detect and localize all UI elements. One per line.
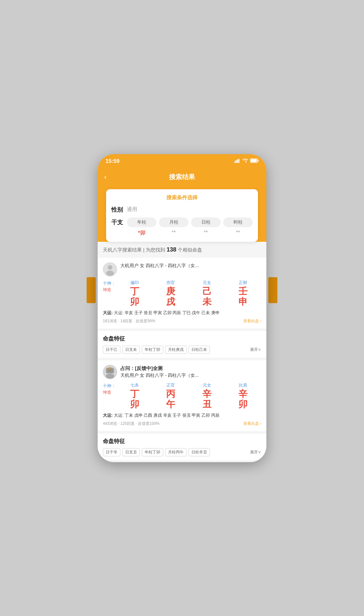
ganzhi-grid-1: 十神： 偏印 伤官 元女 正财 bbox=[103, 280, 261, 307]
signal-icon bbox=[235, 158, 240, 164]
inner-content: 天机八字搜索结果 | 为您找到 138 个相似命盘 bbox=[98, 242, 266, 462]
filter-title: 搜索条件选择 bbox=[111, 194, 253, 201]
dizhi-row-1: 卯 戌 未 申 bbox=[103, 297, 261, 307]
yue-pillar-btn[interactable]: 月柱 bbox=[159, 217, 188, 227]
svg-rect-5 bbox=[258, 160, 259, 162]
zao-label-2: 坤造 bbox=[103, 390, 111, 395]
tian-1-4: 壬 bbox=[225, 286, 261, 297]
shenshen-1-2: 伤官 bbox=[153, 280, 189, 286]
ri-pillar-btn[interactable]: 日柱 bbox=[191, 217, 221, 227]
status-icons bbox=[235, 158, 259, 164]
shi-pillar-btn[interactable]: 时柱 bbox=[223, 217, 253, 227]
minpan-title-1: 命盘特征 bbox=[103, 335, 261, 342]
ganzhi-row: 干支 年柱 月柱 日柱 时柱 bbox=[111, 217, 253, 227]
stats-2: 443浏览 · 125回复 · 反馈度100% bbox=[103, 421, 160, 426]
minpan-title-2: 命盘特征 bbox=[103, 437, 261, 445]
svg-rect-0 bbox=[235, 161, 236, 163]
tian-1-2: 庚 bbox=[153, 286, 189, 297]
yue-pillar-val: ** bbox=[159, 230, 188, 237]
card-header-1: 大机用户 女 四柱八字 - 四柱八字（女... bbox=[103, 262, 261, 277]
tiangan-row-1: 坤造 丁 庚 己 壬 bbox=[103, 286, 261, 297]
tian-2-3: 辛 bbox=[189, 389, 225, 399]
stats-1: 161浏览 · 14回复 · 反馈度56% bbox=[103, 318, 155, 324]
minpan-section-1: 命盘特征 日干己 日支未 年柱丁卯 月柱庚戌 日柱己未 展开∨ bbox=[98, 331, 266, 358]
avatar-1 bbox=[103, 262, 117, 277]
tian-2-1: 丁 bbox=[116, 389, 153, 399]
svg-rect-6 bbox=[251, 159, 257, 162]
shi-pillar-val: ** bbox=[223, 230, 253, 237]
gender-label: 性别 bbox=[111, 206, 127, 214]
svg-rect-1 bbox=[236, 160, 237, 163]
tag-1-3: 月柱庚戌 bbox=[165, 346, 187, 354]
tag-2-2: 年柱丁卯 bbox=[142, 448, 163, 456]
status-bar: 15:59 bbox=[98, 154, 266, 168]
svg-point-8 bbox=[108, 265, 112, 270]
ri-pillar-val: ** bbox=[191, 230, 221, 237]
card-title-1: 大机用户 女 四柱八字 - 四柱八字（女... bbox=[120, 262, 199, 269]
dayun-label-1: 大运: bbox=[103, 310, 114, 315]
battery-icon bbox=[250, 158, 259, 164]
shenshen-1-1: 偏印 bbox=[116, 280, 153, 286]
tag-row-1: 日干己 日支未 年柱丁卯 月柱庚戌 日柱己未 展开∨ bbox=[103, 346, 261, 354]
back-button[interactable]: ‹ bbox=[104, 173, 106, 181]
card-title-2: 占问：[反馈中]全测 天机用户 女 四柱八字 - 四柱八字（女... bbox=[120, 365, 199, 379]
status-time: 15:59 bbox=[105, 158, 119, 165]
right-bracket bbox=[268, 277, 277, 303]
shenshen-2-2: 正官 bbox=[153, 382, 189, 389]
stats-row-2: 443浏览 · 125回复 · 反馈度100% 查看此盘 › bbox=[103, 421, 261, 426]
di-1-3: 未 bbox=[189, 297, 225, 307]
shenshen-row-2: 十神： 七杀 正官 元女 比肩 bbox=[103, 382, 261, 389]
tag-2-0: 日干辛 bbox=[103, 448, 120, 456]
di-1-1: 卯 bbox=[116, 297, 153, 307]
svg-point-9 bbox=[106, 271, 114, 276]
card-title-text-2b: 天机用户 女 四柱八字 - 四柱八字（女... bbox=[120, 372, 199, 379]
svg-rect-3 bbox=[238, 159, 239, 163]
tian-1-1: 丁 bbox=[116, 286, 153, 297]
view-link-1[interactable]: 查看此盘 › bbox=[243, 318, 261, 324]
svg-point-16 bbox=[111, 368, 112, 369]
nian-pillar-btn[interactable]: 年柱 bbox=[127, 217, 156, 227]
shenshen-label-2: 十神： bbox=[103, 383, 115, 388]
dayun-content-1: 大运: 辛亥 壬子 癸丑 甲寅 乙卯 丙辰 丁巳 戊午 己未 庚申 bbox=[114, 310, 220, 315]
tian-2-2: 丙 bbox=[153, 389, 189, 399]
result-card-2: 占问：[反馈中]全测 天机用户 女 四柱八字 - 四柱八字（女... 十神： bbox=[98, 360, 266, 431]
dayun-1: 大运: 大运: 辛亥 壬子 癸丑 甲寅 乙卯 丙辰 丁巳 戊午 己未 庚申 bbox=[103, 310, 261, 316]
tag-row-2: 日干辛 日支丑 年柱丁卯 月柱丙午 日柱辛丑 展开∨ bbox=[103, 448, 261, 456]
tag-1-2: 年柱丁卯 bbox=[142, 346, 163, 354]
card-title-text-2a: 占问：[反馈中]全测 bbox=[120, 365, 199, 372]
wifi-icon bbox=[242, 158, 248, 164]
search-filter-card: 搜索条件选择 性别 通用 干支 年柱 月柱 日柱 时柱 bbox=[106, 189, 258, 242]
header: ‹ 搜索结果 bbox=[98, 168, 266, 186]
results-wrapper[interactable]: 大机用户 女 四柱八字 - 四柱八字（女... 十神： bbox=[98, 258, 266, 462]
dayun-2: 大运: 大运: 丁未 戊申 己酉 庚戌 辛亥 壬子 癸丑 甲寅 乙卯 丙辰 bbox=[103, 412, 261, 419]
di-2-1: 卯 bbox=[116, 399, 153, 410]
stats-row-1: 161浏览 · 14回复 · 反馈度56% 查看此盘 › bbox=[103, 318, 261, 324]
zao-label-1: 坤造 bbox=[103, 287, 111, 292]
results-text: 天机八字搜索结果 | 为您找到 bbox=[103, 247, 165, 253]
tian-2-4: 辛 bbox=[225, 389, 261, 399]
tag-1-4: 日柱己未 bbox=[188, 346, 210, 354]
svg-point-15 bbox=[109, 368, 110, 369]
shenshen-1-4: 正财 bbox=[225, 280, 261, 286]
di-2-3: 丑 bbox=[189, 399, 225, 410]
di-1-2: 戌 bbox=[153, 297, 189, 307]
tag-2-3: 月柱丙午 bbox=[165, 448, 187, 456]
left-bracket bbox=[87, 277, 96, 303]
pillar-values-row: *卯 ** ** ** bbox=[111, 230, 253, 237]
avatar-2 bbox=[103, 365, 117, 379]
gender-value: 通用 bbox=[127, 206, 137, 213]
dayun-content-2: 大运: 丁未 戊申 己酉 庚戌 辛亥 壬子 癸丑 甲寅 乙卯 丙辰 bbox=[114, 413, 220, 418]
view-link-2[interactable]: 查看此盘 › bbox=[243, 421, 261, 426]
results-suffix: 个相似命盘 bbox=[178, 247, 202, 253]
shenshen-2-1: 七杀 bbox=[116, 382, 153, 389]
tag-2-1: 日支丑 bbox=[122, 448, 140, 456]
result-card-1: 大机用户 女 四柱八字 - 四柱八字（女... 十神： bbox=[98, 258, 266, 328]
shenshen-2-4: 比肩 bbox=[225, 382, 261, 389]
gender-row: 性别 通用 bbox=[111, 206, 253, 214]
expand-btn-1[interactable]: 展开∨ bbox=[250, 347, 261, 352]
pillar-buttons: 年柱 月柱 日柱 时柱 bbox=[127, 217, 253, 227]
shenshen-row-1: 十神： 偏印 伤官 元女 正财 bbox=[103, 280, 261, 286]
di-2-2: 午 bbox=[153, 399, 189, 410]
ganzhi-label: 干支 bbox=[111, 218, 127, 226]
expand-btn-2[interactable]: 展开∨ bbox=[250, 450, 261, 455]
